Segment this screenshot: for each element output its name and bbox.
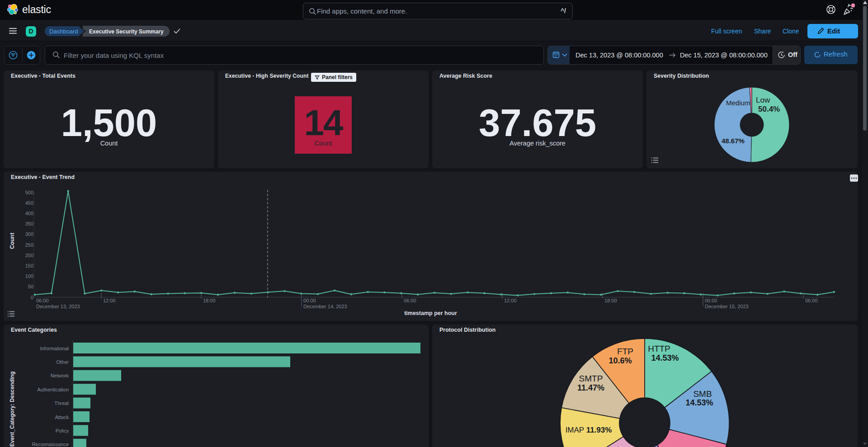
svg-text:100: 100 (25, 273, 33, 279)
svg-text:450: 450 (25, 200, 33, 206)
svg-text:December 13, 2023: December 13, 2023 (36, 304, 80, 309)
svg-text:Network: Network (51, 373, 69, 378)
svg-text:Other: Other (56, 359, 69, 365)
svg-text:150: 150 (25, 263, 33, 268)
svg-text:0: 0 (31, 295, 33, 300)
svg-text:December 15, 2023: December 15, 2023 (705, 304, 749, 309)
svg-text:FTP: FTP (617, 347, 633, 356)
svg-text:IMAP 11.93%: IMAP 11.93% (566, 426, 612, 434)
svg-text:300: 300 (25, 231, 33, 237)
svg-text:Attack: Attack (55, 414, 69, 420)
svg-text:Informational: Informational (40, 346, 69, 351)
svg-text:12:00: 12:00 (103, 298, 116, 303)
svg-text:Threat: Threat (54, 400, 69, 406)
svg-text:00:00: 00:00 (705, 298, 717, 303)
svg-text:Reconnaissance: Reconnaissance (32, 442, 69, 447)
svg-text:500: 500 (25, 190, 33, 195)
svg-text:06:00: 06:00 (805, 298, 818, 303)
svg-text:SMTP: SMTP (579, 374, 603, 383)
svg-text:250: 250 (25, 242, 33, 248)
svg-text:14.53%: 14.53% (651, 353, 679, 362)
svg-text:10.6%: 10.6% (609, 356, 632, 365)
svg-text:Authentication: Authentication (37, 387, 69, 392)
svg-text:200: 200 (25, 253, 33, 258)
svg-text:00:00: 00:00 (303, 298, 316, 303)
svg-text:06:00: 06:00 (36, 298, 49, 303)
svg-text:Policy: Policy (56, 428, 69, 433)
svg-text:HTTP: HTTP (648, 344, 670, 353)
svg-text:18:00: 18:00 (203, 298, 216, 303)
svg-text:350: 350 (25, 221, 33, 226)
svg-text:18:00: 18:00 (604, 298, 617, 303)
svg-text:06:00: 06:00 (404, 298, 416, 303)
svg-text:50: 50 (28, 284, 33, 289)
svg-text:SMB: SMB (693, 389, 712, 399)
svg-text:400: 400 (25, 211, 33, 216)
svg-text:12:00: 12:00 (504, 298, 517, 303)
svg-text:11.47%: 11.47% (577, 383, 604, 392)
svg-text:December 14, 2023: December 14, 2023 (303, 304, 347, 309)
svg-text:14.53%: 14.53% (685, 398, 713, 407)
